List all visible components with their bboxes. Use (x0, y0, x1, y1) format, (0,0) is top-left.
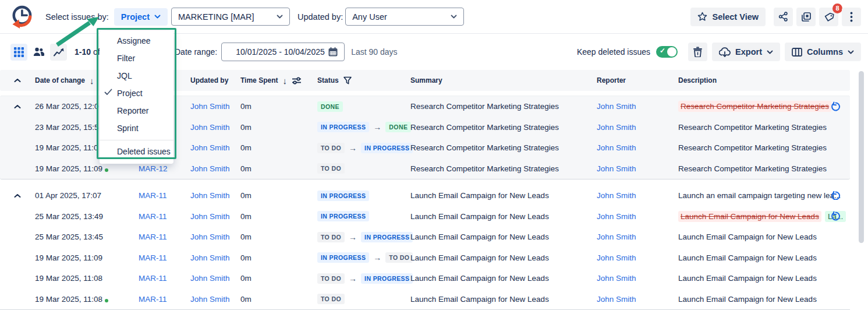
user-link[interactable]: John Smith (597, 295, 636, 304)
updated-by-cell: John Smith (186, 164, 238, 173)
column-header-description-label: Description (678, 76, 717, 84)
user-link[interactable]: John Smith (190, 102, 230, 111)
grid-icon (14, 47, 24, 57)
user-link[interactable]: John Smith (190, 212, 230, 221)
user-link[interactable]: John Smith (597, 143, 636, 152)
export-button[interactable]: Export (712, 43, 780, 61)
sort-desc-icon[interactable]: ↓ (282, 76, 287, 85)
user-link[interactable]: John Smith (190, 253, 230, 262)
scrollbar-thumb[interactable] (859, 71, 864, 243)
menu-item-label: Filter (117, 54, 135, 63)
transition-arrow-icon: → (349, 233, 357, 242)
grid-view-button[interactable] (10, 44, 27, 61)
menu-item-assignee[interactable]: Assignee (100, 32, 173, 50)
menu-item-label: Reporter (117, 106, 148, 115)
column-header-time-spent[interactable]: Time Spent ↓ (238, 76, 313, 85)
user-link[interactable]: John Smith (190, 233, 230, 241)
export-label: Export (735, 47, 762, 57)
users-view-button[interactable] (30, 44, 47, 61)
collapse-group-button[interactable] (0, 104, 33, 109)
updated-by-cell: John Smith (186, 295, 238, 304)
user-link[interactable]: John Smith (597, 102, 636, 111)
menu-item-project[interactable]: Project (100, 84, 173, 102)
column-header-reporter[interactable]: Reporter (594, 76, 675, 84)
people-icon (33, 47, 44, 57)
menu-item-filter[interactable]: Filter (100, 50, 173, 67)
transition-arrow-icon: → (373, 122, 381, 132)
issue-key-link[interactable]: MAR-11 (139, 253, 167, 262)
column-header-summary[interactable]: Summary (408, 76, 594, 84)
summary-cell: Launch Email Campaign for New Leads (408, 253, 594, 262)
sliders-icon[interactable] (292, 77, 302, 84)
more-actions-button[interactable] (842, 8, 861, 26)
sort-desc-icon[interactable]: ↓ (90, 76, 94, 85)
column-header-status-label: Status (317, 76, 339, 84)
issue-key-link[interactable]: MAR-11 (139, 191, 167, 200)
vertical-scrollbar[interactable] (859, 71, 864, 310)
user-link[interactable]: John Smith (597, 212, 636, 221)
saved-views-button[interactable] (796, 8, 816, 26)
user-link[interactable]: John Smith (190, 164, 230, 173)
description-cell: Launch Email Campaign for New Leads (675, 274, 850, 283)
updated-by-cell: John Smith (186, 102, 238, 111)
columns-button[interactable]: Columns (785, 43, 861, 61)
user-link[interactable]: John Smith (597, 233, 636, 241)
user-link[interactable]: John Smith (597, 253, 636, 262)
chart-view-button[interactable] (50, 44, 67, 61)
issue-key-link[interactable]: MAR-11 (139, 295, 167, 304)
select-issues-by-dropdown[interactable]: Project (114, 8, 168, 26)
undo-icon[interactable] (831, 191, 841, 200)
issue-key-link[interactable]: MAR-12 (139, 164, 168, 173)
change-date: 19 Mar 2025, 11:08 (33, 274, 130, 283)
change-date: 25 Mar 2025, 13:49 (33, 212, 130, 221)
time-spent-cell: 0m (238, 233, 313, 241)
keep-deleted-issues-toggle[interactable]: ✓ (656, 46, 678, 58)
filter-funnel-icon[interactable] (343, 76, 352, 84)
description-cell: Launch Email Campaign for New Leads (675, 295, 850, 304)
project-select[interactable]: MARKETING [MAR] (171, 8, 290, 26)
column-header-updated-by[interactable]: Updated by (186, 76, 238, 84)
reporter-cell: John Smith (594, 164, 675, 173)
delete-issues-button[interactable] (688, 43, 707, 61)
user-link[interactable]: John Smith (597, 123, 636, 132)
updated-by-select[interactable]: Any User (345, 8, 464, 26)
column-header-status[interactable]: Status (313, 76, 408, 84)
menu-item-jql[interactable]: JQL (100, 67, 173, 84)
updated-by-select-value: Any User (352, 12, 387, 22)
issue-key-link[interactable]: MAR-11 (139, 233, 167, 241)
select-view-button[interactable]: Select View (690, 8, 766, 26)
table-row[interactable]: 25 Mar 2025, 13:45 MAR-11 John Smith 0m … (0, 227, 850, 248)
status-cell: TO DO → IN PROGRESS (313, 143, 408, 153)
user-link[interactable]: John Smith (597, 191, 636, 200)
description-cell: Research Competitor Marketing Strategies (675, 123, 850, 132)
collapse-group-button[interactable] (0, 193, 33, 198)
table-row[interactable]: 19 Mar 2025, 11:08 MAR-11 John Smith 0m … (0, 268, 850, 289)
user-link[interactable]: John Smith (190, 295, 230, 304)
user-link[interactable]: John Smith (190, 123, 230, 132)
menu-divider (100, 140, 173, 140)
status-badge: TO DO (317, 273, 345, 284)
table-row[interactable]: 25 Mar 2025, 13:49 MAR-11 John Smith 0m … (0, 206, 850, 227)
undo-icon[interactable] (831, 212, 841, 221)
created-event-dot (105, 299, 108, 302)
table-row[interactable]: 01 Apr 2025, 17:07 MAR-11 John Smith 0m … (0, 185, 850, 206)
user-link[interactable]: John Smith (597, 164, 636, 173)
user-link[interactable]: John Smith (597, 274, 636, 283)
column-header-description[interactable]: Description (675, 76, 850, 84)
table-row[interactable]: 19 Mar 2025, 11:09 MAR-11 John Smith 0m … (0, 248, 850, 269)
table-row[interactable]: 19 Mar 2025, 11:08 MAR-11 John Smith 0m … (0, 289, 850, 310)
collapse-all-button[interactable] (0, 78, 33, 83)
user-link[interactable]: John Smith (190, 274, 230, 283)
user-link[interactable]: John Smith (190, 191, 230, 200)
issue-key-link[interactable]: MAR-11 (139, 212, 167, 221)
status-cell: TO DO (313, 294, 408, 304)
date-range-input[interactable]: 10/01/2025 - 10/04/2025 (221, 43, 345, 61)
user-link[interactable]: John Smith (190, 143, 230, 152)
share-button[interactable] (774, 8, 793, 26)
menu-item-reporter[interactable]: Reporter (100, 102, 173, 119)
menu-item-deleted-issues[interactable]: Deleted issues (100, 143, 173, 160)
issue-key-link[interactable]: MAR-11 (139, 274, 167, 283)
notifications-button[interactable]: 8 (819, 8, 838, 26)
undo-icon[interactable] (831, 101, 841, 111)
menu-item-sprint[interactable]: Sprint (100, 119, 173, 137)
